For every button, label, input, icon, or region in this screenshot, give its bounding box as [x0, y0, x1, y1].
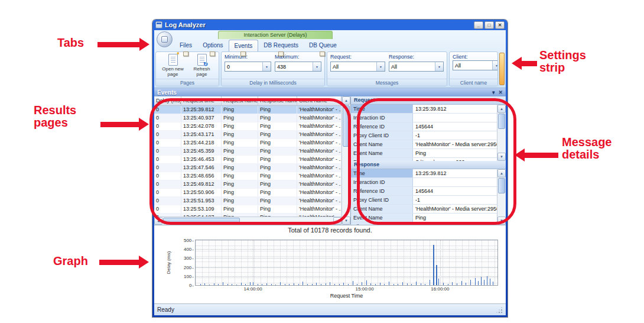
scrollbar-track[interactable] — [342, 147, 350, 217]
scroll-down-button[interactable]: ▼ — [497, 217, 506, 225]
chevron-down-icon[interactable]: ▼ — [313, 62, 321, 71]
vertical-scrollbar[interactable]: ▲ ▼ — [341, 96, 350, 225]
details-scrollbar[interactable]: ▲ ▼ — [497, 169, 506, 225]
column-header[interactable]: Response name — [258, 96, 297, 105]
scrollbar-thumb[interactable] — [163, 218, 240, 224]
details-scrollbar[interactable]: ▲ ▼ — [497, 105, 506, 161]
tab-events[interactable]: Events — [229, 40, 259, 51]
table-row[interactable]: 013:25:53.109PingPing'HealthMonitor' - .… — [154, 205, 341, 214]
scrollbar-track[interactable] — [497, 194, 506, 217]
refresh-page-button[interactable]: ↻ Refresh page — [188, 53, 216, 79]
details-section-header[interactable]: Request — [351, 96, 506, 105]
table-row[interactable]: 013:25:46.453PingPing'HealthMonitor' - .… — [154, 156, 341, 164]
minimum-combobox[interactable]: 0 ▼ — [225, 62, 271, 72]
request-combobox[interactable]: All ▼ — [330, 62, 385, 72]
events-panel-header[interactable]: Events ▾ ✕ — [154, 88, 506, 96]
maximum-combobox[interactable]: 438 ▼ — [275, 62, 321, 72]
tab-files[interactable]: Files — [174, 40, 197, 51]
status-bar: Ready — [154, 303, 506, 315]
chevron-down-icon[interactable]: ▼ — [435, 62, 443, 71]
scroll-up-button[interactable]: ▲ — [497, 169, 506, 177]
horizontal-scrollbar[interactable]: ◄ ► — [154, 217, 341, 225]
table-row[interactable]: 013:25:44.218PingPing'HealthMonitor' - .… — [154, 139, 341, 147]
tab-db-queue[interactable]: DB Queue — [304, 40, 342, 51]
details-field-value: Ping — [413, 149, 497, 157]
details-field-value: 145644 — [413, 122, 497, 131]
client-combobox[interactable]: All ▼ — [453, 60, 498, 70]
column-header[interactable]: Delay (ms) — [154, 96, 181, 105]
table-cell: 'HealthMonitor' - ... — [297, 147, 341, 155]
table-cell: Ping — [222, 147, 258, 155]
scroll-up-button[interactable]: ▲ — [497, 105, 506, 113]
table-row[interactable]: 013:25:51.953PingPing'HealthMonitor' - .… — [154, 197, 341, 205]
details-row[interactable]: Client Name'HealthMonitor' - Media serve… — [351, 205, 497, 214]
scroll-right-button[interactable]: ► — [333, 217, 341, 225]
tab-options[interactable]: Options — [197, 40, 228, 51]
resize-grip[interactable] — [496, 306, 503, 314]
scroll-down-button[interactable]: ▼ — [497, 153, 506, 161]
response-combobox[interactable]: All ▼ — [389, 62, 444, 72]
table-row[interactable]: 013:25:42.078PingPing'HealthMonitor' - .… — [154, 122, 341, 131]
title-bar[interactable]: Log Analyzer _ □ ✕ — [154, 20, 506, 30]
chart-bar — [438, 279, 439, 285]
scrollbar-thumb[interactable] — [498, 178, 505, 193]
content-area: Delay (ms)Request timeRequest nameRespon… — [154, 96, 506, 225]
chevron-down-icon[interactable]: ▼ — [262, 62, 271, 71]
column-header[interactable]: Request name — [222, 96, 258, 105]
chart-bar — [214, 283, 214, 285]
client-value: All — [453, 63, 492, 69]
table-row[interactable]: 013:25:47.546PingPing'HealthMonitor' - .… — [154, 164, 341, 172]
table-row[interactable]: 013:25:49.812PingPing'HealthMonitor' - .… — [154, 180, 341, 189]
close-button[interactable]: ✕ — [495, 21, 505, 29]
chart-bar — [348, 284, 349, 285]
table-row[interactable]: 013:25:45.359PingPing'HealthMonitor' - .… — [154, 147, 341, 156]
details-row[interactable]: FilenameC:\Logs\...server 200 — [351, 222, 497, 225]
chart-bar — [326, 283, 326, 285]
panel-close-icon[interactable]: ✕ — [498, 89, 503, 96]
chart-bar — [271, 284, 272, 285]
table-row[interactable]: 013:25:43.171PingPing'HealthMonitor' - .… — [154, 131, 341, 139]
chart-bar — [316, 283, 317, 285]
details-row[interactable]: Event NamePing — [351, 149, 497, 158]
details-row[interactable]: Interaction ID — [351, 178, 497, 187]
table-row[interactable]: 013:25:50.906PingPing'HealthMonitor' - .… — [154, 189, 341, 197]
scroll-left-button[interactable]: ◄ — [154, 217, 162, 225]
details-row[interactable]: Interaction ID — [351, 114, 497, 122]
open-new-page-button[interactable]: * Open new page — [159, 53, 187, 79]
pin-icon[interactable]: ▾ — [492, 89, 495, 96]
details-row[interactable]: Reference ID145644 — [351, 187, 497, 196]
table-row[interactable]: 013:25:48.656PingPing'HealthMonitor' - .… — [154, 172, 341, 180]
details-row[interactable]: Proxy Client ID-1 — [351, 131, 497, 140]
details-row[interactable]: Time13:25:39.812 — [351, 105, 497, 114]
chart-bar — [375, 284, 376, 285]
details-row[interactable]: Proxy Client ID-1 — [351, 196, 497, 205]
table-row[interactable]: 013:25:40.937PingPing'HealthMonitor' - .… — [154, 114, 341, 122]
y-tick-label: 200 — [184, 264, 194, 270]
details-section-header[interactable]: Response — [351, 161, 506, 169]
column-header[interactable]: Request time — [181, 96, 222, 105]
maximize-button[interactable]: □ — [484, 21, 494, 29]
ribbon-scroll-button[interactable] — [499, 53, 505, 85]
scroll-down-button[interactable]: ▼ — [342, 217, 350, 225]
response-value: All — [389, 64, 435, 70]
chart-bar — [362, 282, 362, 285]
details-row[interactable]: Event NamePing — [351, 214, 497, 222]
tab-db-requests[interactable]: DB Requests — [258, 40, 304, 51]
table-cell: 0 — [154, 164, 181, 172]
chevron-down-icon[interactable]: ▼ — [492, 61, 498, 70]
details-field-label: Interaction ID — [351, 114, 413, 122]
scrollbar-track[interactable] — [240, 217, 333, 225]
minimize-button[interactable]: _ — [474, 21, 483, 29]
column-header[interactable]: Client name — [297, 96, 341, 105]
details-row[interactable]: Client Name'HealthMonitor' - Media serve… — [351, 140, 497, 149]
application-menu-button[interactable] — [157, 31, 173, 47]
details-row[interactable]: Time13:25:39.812 — [351, 169, 497, 178]
scrollbar-track[interactable] — [497, 130, 506, 153]
scrollbar-thumb[interactable] — [498, 114, 505, 129]
scrollbar-thumb[interactable] — [343, 105, 350, 147]
table-cell: 13:25:46.453 — [181, 156, 222, 163]
chevron-down-icon[interactable]: ▼ — [376, 62, 385, 71]
scroll-up-button[interactable]: ▲ — [342, 96, 350, 105]
details-row[interactable]: Reference ID145644 — [351, 122, 497, 131]
table-row[interactable]: 013:25:39.812PingPing'HealthMonitor' - .… — [154, 106, 341, 114]
